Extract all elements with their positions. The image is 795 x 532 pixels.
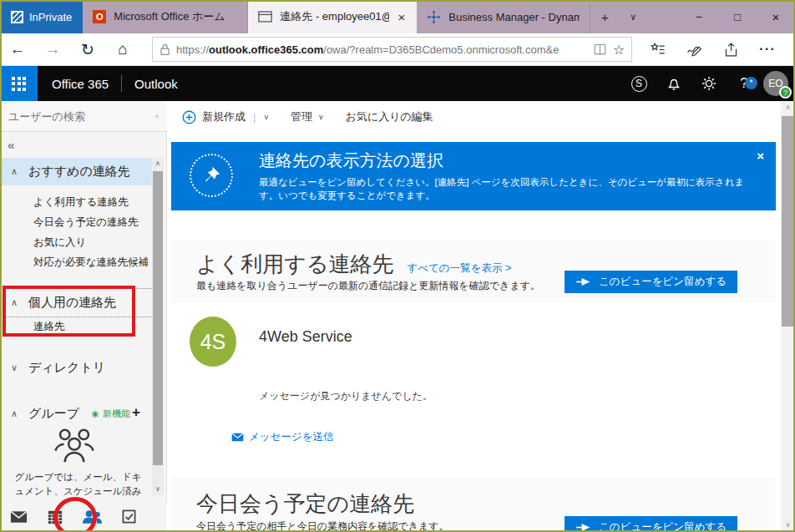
sidebar-section-directory[interactable]: ∨ ディレクトリ (0, 354, 153, 382)
section-description: 最も連絡を取り合うユーザーの最新の通信記録と更新情報を確認できます。 (196, 279, 540, 293)
reading-view-icon[interactable] (593, 43, 607, 56)
minimize-button[interactable]: − (680, 0, 718, 33)
sidebar-item-needs-attention[interactable]: 対応が必要な連絡先候補 (33, 256, 149, 270)
section-title: 今日会う予定の連絡先 (196, 489, 414, 519)
collapse-sidebar-button[interactable]: « (8, 138, 14, 152)
help-button[interactable]: ? * (727, 75, 762, 92)
envelope-icon (231, 433, 244, 442)
bell-icon (666, 76, 681, 91)
edit-favorites-button[interactable]: お気に入りの編集 (346, 109, 433, 124)
sidebar-section-recommended[interactable]: ∧ おすすめの連絡先 (0, 158, 153, 185)
home-button[interactable]: ⌂ (105, 40, 140, 58)
settings-button[interactable] (691, 76, 727, 91)
maximize-button[interactable]: □ (718, 0, 757, 33)
tab-contacts-active[interactable]: 連絡先 - employee01@ × (248, 0, 417, 33)
avatar[interactable]: EO ? (763, 71, 788, 96)
url-field[interactable]: https://outlook.office365.com/owa/?realm… (152, 37, 632, 62)
scroll-down-icon[interactable]: ∨ (781, 519, 795, 532)
waffle-icon (12, 77, 26, 91)
back-button[interactable]: ← (0, 40, 35, 58)
banner-body: 最適なビューをピン留めしてください。[連絡先] ページを次回表示したときに、その… (259, 175, 750, 202)
sidebar-item-favorites[interactable]: お気に入り (33, 236, 86, 250)
section-title: よく利用する連絡先 (196, 250, 393, 279)
share-icon[interactable] (712, 41, 749, 58)
web-note-pen-icon[interactable] (676, 41, 712, 58)
favorite-star-icon[interactable]: ☆ (613, 42, 625, 58)
main-content: 新規作成 | ∨ 管理 ∨ お気に入りの編集 連絡先の表示方法の選択 最適なビュ… (167, 101, 795, 532)
refresh-button[interactable]: ↻ (70, 40, 105, 59)
inprivate-label: InPrivate (29, 11, 72, 23)
contact-name[interactable]: 4Web Service (259, 328, 352, 346)
chevron-up-icon: ∧ (0, 166, 28, 177)
calendar-module-button[interactable] (37, 509, 73, 524)
sidebar-item-meeting-today[interactable]: 今日会う予定の連絡先 (33, 215, 139, 230)
sidebar: « ∧ おすすめの連絡先 よく利用する連絡先 今日会う予定の連絡先 お気に入り … (0, 101, 167, 532)
manage-button[interactable]: 管理 ∨ (291, 109, 324, 124)
people-module-button[interactable] (73, 509, 110, 524)
scroll-up-icon[interactable]: ∧ (152, 158, 164, 170)
scroll-down-icon[interactable]: ∨ (152, 484, 164, 495)
tab-office-home[interactable]: O Microsoft Office ホーム (83, 0, 248, 33)
sidebar-item-contacts[interactable]: 連絡先 (33, 320, 65, 334)
new-feature-badge: 新機能 (91, 408, 130, 420)
pin-view-button[interactable]: このビューをピン留めする (565, 271, 737, 293)
scrollbar-thumb[interactable] (782, 116, 794, 327)
more-options-icon[interactable]: ··· (749, 41, 786, 58)
pin-icon (575, 522, 592, 532)
sidebar-section-personal[interactable]: ∧ 個人用の連絡先 (0, 289, 153, 317)
people-icon (82, 509, 103, 524)
scrollbar-thumb[interactable] (153, 171, 163, 465)
search-input[interactable] (8, 110, 155, 123)
tab-label: Business Manager - Dynam (448, 11, 580, 23)
plus-circle-icon (182, 110, 196, 124)
page-icon (258, 11, 272, 23)
mail-icon (10, 510, 28, 524)
o365-header: Office 365 Outlook S ? * EO ? (0, 66, 795, 101)
chevron-down-icon: ∨ (318, 113, 324, 121)
sidebar-scrollbar[interactable]: ∧ ∨ (152, 158, 164, 495)
search-icon[interactable] (155, 109, 159, 124)
chevron-down-icon[interactable]: ∨ (263, 113, 269, 121)
send-message-link[interactable]: メッセージを送信 (231, 430, 333, 444)
dynamics-icon (427, 10, 441, 24)
app-name: Outlook (134, 77, 178, 91)
new-tab-button[interactable]: + (590, 0, 619, 33)
divider: | (253, 111, 256, 124)
mail-module-button[interactable] (0, 510, 37, 524)
banner-close-icon[interactable]: × (757, 149, 764, 163)
meeting-today-section: 今日会う予定の連絡先 今日会う予定の相手と今日の業務内容を確認できます。 このビ… (171, 478, 776, 532)
hub-favorites-icon[interactable] (639, 41, 676, 58)
skype-icon: S (631, 76, 647, 92)
scroll-up-icon[interactable]: ∧ (781, 101, 795, 114)
help-new-badge: * (745, 77, 757, 89)
tab-close-icon[interactable]: × (397, 10, 408, 24)
pin-view-button[interactable]: このビューをピン留めする (565, 516, 737, 532)
sidebar-item-frequent[interactable]: よく利用する連絡先 (33, 195, 129, 210)
view-all-link[interactable]: すべての一覧を表示 > (407, 261, 511, 276)
close-button[interactable]: × (757, 0, 795, 33)
inprivate-icon (11, 11, 23, 23)
new-button[interactable]: 新規作成 | ∨ (182, 109, 269, 124)
app-launcher-button[interactable] (0, 66, 38, 101)
tab-business-manager[interactable]: Business Manager - Dynam (417, 0, 590, 33)
pushpin-badge (190, 154, 233, 197)
contact-initials: 4S (200, 330, 226, 354)
asterisk-icon (91, 410, 99, 418)
main-scrollbar[interactable]: ∧ ∨ (781, 101, 795, 532)
o365-brand[interactable]: Office 365 (52, 77, 109, 91)
browser-window: InPrivate O Microsoft Office ホーム 連絡先 - e… (0, 0, 795, 532)
add-group-icon[interactable]: + (132, 404, 140, 421)
skype-button[interactable]: S (621, 76, 656, 92)
contact-avatar[interactable]: 4S (190, 317, 236, 367)
tab-list-button[interactable]: ∨ (619, 0, 647, 33)
sidebar-section-groups[interactable]: ∧ グループ 新機能 + (0, 400, 153, 428)
notifications-button[interactable] (656, 76, 691, 91)
command-bar: 新規作成 | ∨ 管理 ∨ お気に入りの編集 (167, 101, 795, 133)
forward-button[interactable]: → (35, 40, 70, 58)
tasks-module-button[interactable] (110, 509, 147, 524)
tab-bar: InPrivate O Microsoft Office ホーム 連絡先 - e… (0, 0, 795, 33)
office-logo-icon: O (93, 10, 106, 23)
tab-label: 連絡先 - employee01@ (280, 9, 388, 24)
frequent-contacts-section: よく利用する連絡先 すべての一覧を表示 > 最も連絡を取り合うユーザーの最新の通… (171, 240, 776, 302)
gear-icon (701, 76, 717, 91)
